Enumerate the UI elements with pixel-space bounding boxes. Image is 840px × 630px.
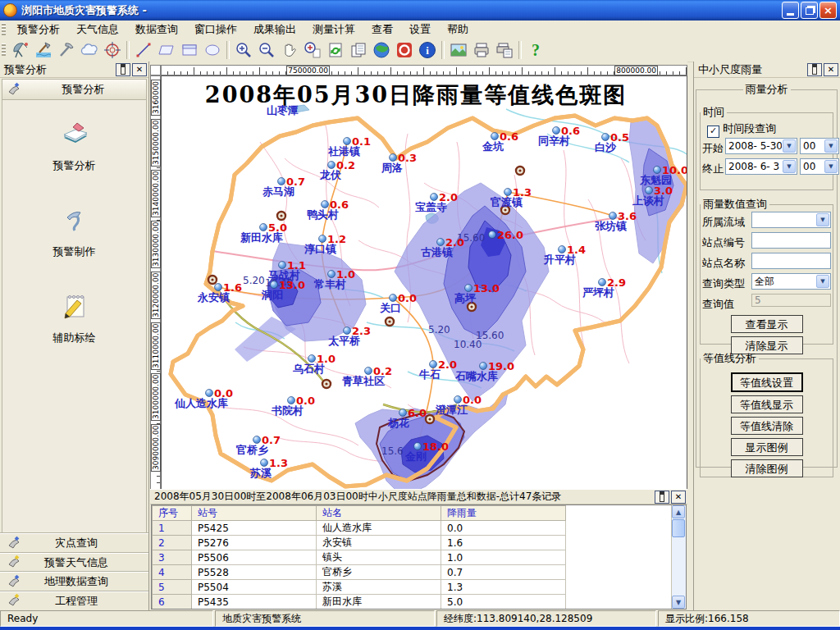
bottom-panel-pin-icon[interactable] — [655, 491, 669, 504]
station-marker-icon[interactable] — [399, 409, 407, 417]
right-panel-pin-icon[interactable] — [807, 63, 822, 76]
station-marker-icon[interactable] — [431, 194, 438, 201]
table-scrollbar[interactable]: ▲ ▼ — [671, 505, 686, 609]
menu-item-查看[interactable]: 查看 — [363, 21, 401, 39]
contour-button-显示图例[interactable]: 显示图例 — [731, 438, 803, 456]
chevron-down-icon[interactable]: ▼ — [783, 139, 796, 153]
close-button[interactable]: × — [819, 2, 837, 19]
refresh-icon[interactable] — [326, 40, 345, 60]
station-marker-icon[interactable] — [491, 133, 499, 140]
station-marker-icon[interactable] — [288, 397, 295, 404]
bottom-panel-close-icon[interactable]: ✕ — [671, 491, 686, 504]
line-icon[interactable] — [134, 40, 153, 60]
end-date-select[interactable]: 2008- 6- 3▼ — [725, 158, 797, 175]
preview-icon[interactable] — [495, 40, 514, 60]
print-icon[interactable] — [472, 40, 491, 60]
rainfall-contour-map[interactable]: 5.2010.4015.605.2015.6010.4015.6 山枣潭0.1社… — [162, 76, 687, 490]
station-marker-icon[interactable] — [206, 390, 213, 397]
pan-icon[interactable] — [280, 40, 299, 60]
station-marker-icon[interactable] — [489, 231, 496, 239]
start-hour-select[interactable]: 00▼ — [800, 138, 839, 154]
table-row[interactable]: 1P5425仙人造水库0.0 — [153, 521, 566, 536]
sidebar-bar-工程管理[interactable]: 工程管理 — [0, 591, 148, 611]
start-date-select[interactable]: 2008- 5-30▼ — [725, 138, 797, 154]
station-marker-icon[interactable] — [365, 368, 372, 375]
info-icon[interactable]: i — [418, 40, 437, 60]
rainfall-table[interactable]: 序号站号站名降雨量 1P5425仙人造水库0.02P5276永安镇1.63P55… — [152, 505, 566, 609]
chevron-down-icon[interactable]: ▼ — [824, 139, 838, 153]
table-col-站号[interactable]: 站号 — [192, 506, 317, 521]
station-marker-icon[interactable] — [437, 239, 445, 246]
scroll-up-icon[interactable]: ▲ — [672, 505, 685, 518]
globe-icon[interactable] — [372, 40, 391, 60]
end-hour-select[interactable]: 00▼ — [800, 158, 839, 175]
contour-button-等值线显示[interactable]: 等值线显示 — [731, 395, 803, 413]
station-marker-icon[interactable] — [344, 138, 351, 145]
left-panel-close-icon[interactable]: ✕ — [132, 63, 147, 76]
station-marker-icon[interactable] — [654, 167, 661, 174]
station-marker-icon[interactable] — [553, 127, 560, 135]
time-range-checkbox[interactable]: ✓ 时间段查询 — [707, 121, 776, 138]
station-marker-icon[interactable] — [261, 459, 268, 467]
right-panel-close-icon[interactable]: ✕ — [824, 63, 838, 76]
station-marker-icon[interactable] — [390, 154, 397, 162]
left-tool-预警制作[interactable]: 预警制作 — [2, 186, 146, 272]
table-row[interactable]: 4P5528官桥乡0.7 — [153, 565, 566, 580]
menu-item-数据查询[interactable]: 数据查询 — [127, 21, 186, 39]
table-col-降雨量[interactable]: 降雨量 — [441, 506, 566, 521]
contour-button-等值线清除[interactable]: 等值线清除 — [731, 417, 803, 435]
station-marker-icon[interactable] — [414, 443, 422, 450]
station-marker-icon[interactable] — [328, 162, 336, 169]
station-name-input[interactable] — [751, 253, 831, 269]
station-marker-icon[interactable] — [278, 178, 285, 185]
zoomout-icon[interactable] — [257, 40, 276, 60]
station-marker-icon[interactable] — [646, 187, 653, 194]
sidebar-bar-预警天气信息[interactable]: 预警天气信息 — [0, 553, 148, 573]
station-marker-icon[interactable] — [602, 134, 609, 141]
sidebar-bar-地理数据查询[interactable]: 地理数据查询 — [0, 572, 148, 591]
chevron-down-icon[interactable]: ▼ — [816, 213, 829, 226]
ellipse-icon[interactable] — [203, 40, 222, 60]
chevron-down-icon[interactable]: ▼ — [824, 160, 838, 173]
scroll-down-icon[interactable]: ▼ — [672, 596, 685, 609]
station-marker-icon[interactable] — [260, 224, 267, 231]
station-marker-icon[interactable] — [504, 189, 512, 196]
image-icon[interactable] — [449, 40, 468, 60]
radar-icon[interactable] — [11, 40, 30, 60]
hydro-icon[interactable] — [34, 40, 53, 60]
table-col-站名[interactable]: 站名 — [317, 506, 441, 521]
zoomext-icon[interactable] — [303, 40, 322, 60]
station-marker-icon[interactable] — [215, 284, 222, 291]
contour-button-清除图例[interactable]: 清除图例 — [731, 459, 803, 477]
left-tool-辅助标绘[interactable]: 辅助标绘 — [2, 272, 146, 358]
help-icon[interactable]: ? — [526, 40, 546, 60]
cloud-icon[interactable] — [80, 40, 99, 60]
sidebar-bar-灾点查询[interactable]: 灾点查询 — [0, 533, 148, 553]
left-panel-pin-icon[interactable] — [116, 63, 130, 76]
left-panel-group-header[interactable]: 预警分析 — [2, 80, 146, 100]
pick-icon[interactable] — [57, 40, 76, 60]
table-row[interactable]: 7P5310洞阳13.0 — [153, 609, 566, 610]
zoomin-icon[interactable] — [234, 40, 253, 60]
menu-item-成果输出[interactable]: 成果输出 — [245, 21, 304, 39]
basin-select[interactable]: ▼ — [751, 212, 831, 228]
menu-item-预警分析[interactable]: 预警分析 — [9, 21, 68, 39]
station-marker-icon[interactable] — [308, 355, 316, 363]
menu-item-窗口操作[interactable]: 窗口操作 — [186, 21, 245, 39]
contour-button-等值线设置[interactable]: 等值线设置 — [731, 372, 803, 392]
map-canvas[interactable]: 5.2010.4015.605.2015.6010.4015.6 山枣潭0.1社… — [161, 75, 687, 490]
station-marker-icon[interactable] — [328, 271, 336, 278]
station-marker-icon[interactable] — [599, 279, 606, 286]
station-marker-icon[interactable] — [390, 294, 397, 302]
chevron-down-icon[interactable]: ▼ — [783, 160, 796, 173]
menu-grip[interactable] — [2, 23, 6, 36]
minimize-button[interactable] — [782, 2, 799, 19]
table-row[interactable]: 6P5435新田水库5.0 — [153, 595, 566, 609]
station-marker-icon[interactable] — [319, 235, 326, 243]
station-marker-icon[interactable] — [465, 285, 472, 292]
table-row[interactable]: 3P5506镇头1.0 — [153, 550, 566, 565]
station-marker-icon[interactable] — [609, 212, 617, 220]
station-marker-icon[interactable] — [454, 396, 462, 404]
menu-item-设置[interactable]: 设置 — [401, 21, 439, 39]
station-marker-icon[interactable] — [253, 436, 261, 444]
